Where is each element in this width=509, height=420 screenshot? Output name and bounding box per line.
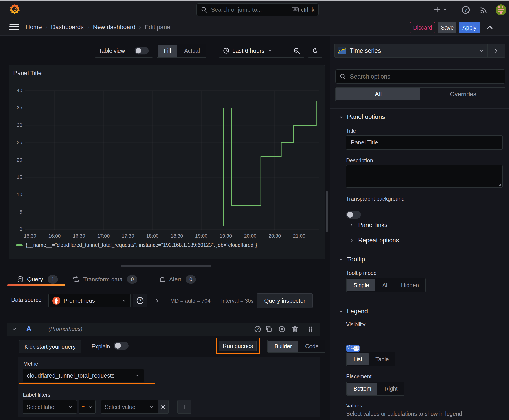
new-menu-button[interactable] xyxy=(433,5,448,15)
collapse-options-chevron-up-icon[interactable] xyxy=(486,23,494,33)
time-range-button[interactable]: Last 6 hours xyxy=(219,47,289,54)
keyboard-icon xyxy=(291,7,299,12)
panel-links-section[interactable]: Panel links xyxy=(349,222,387,229)
operator-dropdown[interactable]: = xyxy=(79,400,96,414)
visualization-select[interactable]: Time series xyxy=(335,47,487,54)
actual-option[interactable]: Actual xyxy=(178,44,206,57)
panel-links-label: Panel links xyxy=(358,222,387,229)
chart-legend[interactable]: {__name__="cloudflared_tunnel_total_requ… xyxy=(16,242,257,248)
expand-options-chevron-right-icon[interactable] xyxy=(154,298,160,305)
select-value-dropdown[interactable]: Select value xyxy=(101,400,158,414)
help-button[interactable]: ? xyxy=(461,5,471,16)
x-axis-tick: 21:00 xyxy=(287,233,311,239)
tab-all[interactable]: All xyxy=(336,88,420,100)
panel-resize-handle[interactable] xyxy=(121,265,211,267)
svg-text:?: ? xyxy=(257,327,258,331)
tab-query[interactable]: Query 1 xyxy=(17,274,58,285)
duplicate-query-icon[interactable] xyxy=(265,325,273,334)
database-icon xyxy=(17,276,23,283)
metric-label: Metric xyxy=(23,361,38,367)
legend-mode-list[interactable]: List xyxy=(347,353,369,365)
tooltip-mode-hidden[interactable]: Hidden xyxy=(395,278,425,292)
legend-mode-table[interactable]: Table xyxy=(369,352,395,366)
zoom-out-button[interactable] xyxy=(289,47,304,54)
apply-button[interactable]: Apply xyxy=(459,22,480,33)
search-icon xyxy=(201,6,207,13)
transparent-background-toggle[interactable] xyxy=(346,211,361,218)
y-axis-tick: 40 xyxy=(9,88,22,93)
visualization-picker: Time series xyxy=(334,44,505,58)
panel-title[interactable]: Panel Title xyxy=(13,70,42,77)
x-axis-tick: 20:00 xyxy=(238,233,263,239)
query-collapse-chevron-down-icon[interactable] xyxy=(11,326,17,333)
breadcrumb-dashboards[interactable]: Dashboards xyxy=(51,24,84,31)
repeat-options-section[interactable]: Repeat options xyxy=(349,237,399,244)
metric-select[interactable]: cloudflared_tunnel_total_requests xyxy=(23,369,144,382)
global-search-input[interactable] xyxy=(211,6,291,14)
options-search-box[interactable] xyxy=(335,69,505,84)
save-button[interactable]: Save xyxy=(438,22,456,33)
legend-section-header[interactable]: Legend xyxy=(338,308,368,315)
search-shortcut: ctrl+k xyxy=(301,7,314,13)
panel-description-textarea[interactable] xyxy=(346,165,503,188)
explain-toggle[interactable] xyxy=(114,342,129,350)
discard-button[interactable]: Discard xyxy=(410,22,435,33)
add-filter-plus-icon[interactable] xyxy=(177,400,191,414)
breadcrumb-new-dashboard[interactable]: New dashboard xyxy=(93,24,135,31)
tab-transform-data[interactable]: Transform data 0 xyxy=(73,274,137,285)
panel-title-input[interactable] xyxy=(346,135,503,150)
breadcrumb: Home › Dashboards › New dashboard › Edit… xyxy=(26,22,172,32)
datasource-help-button[interactable]: ? xyxy=(133,294,147,307)
news-rss-icon[interactable] xyxy=(479,6,488,16)
remove-filter-x-icon[interactable] xyxy=(158,400,168,414)
refresh-button[interactable] xyxy=(308,44,322,58)
x-axis-tick: 17:30 xyxy=(116,233,140,239)
table-view-toggle[interactable] xyxy=(135,47,149,54)
breadcrumb-home[interactable]: Home xyxy=(26,24,42,31)
tooltip-mode-single[interactable]: Single xyxy=(347,279,375,291)
query-ref-id[interactable]: A xyxy=(26,325,31,332)
subnav-divider xyxy=(483,21,483,33)
tab-query-label: Query xyxy=(27,276,43,283)
code-option[interactable]: Code xyxy=(299,340,325,352)
tooltip-mode-all[interactable]: All xyxy=(376,278,395,292)
user-avatar[interactable] xyxy=(495,5,506,15)
legend-series-label[interactable]: {__name__="cloudflared_tunnel_total_requ… xyxy=(26,242,257,248)
panel-options-header[interactable]: Panel options xyxy=(338,113,385,120)
legend-placement-label: Placement xyxy=(346,373,372,380)
x-axis-tick: 16:30 xyxy=(67,233,91,239)
chart-plot[interactable] xyxy=(25,90,319,230)
chevron-down-icon xyxy=(88,405,93,409)
scrollbar-thumb[interactable] xyxy=(326,191,328,232)
chevron-down-icon xyxy=(338,257,344,262)
grafana-logo-icon[interactable] xyxy=(9,4,21,15)
query-row-header[interactable]: A (Prometheus) ? xyxy=(8,323,320,336)
run-queries-button[interactable]: Run queries xyxy=(219,341,257,351)
select-label-dropdown[interactable]: Select label xyxy=(23,400,77,414)
drag-grip-icon[interactable] xyxy=(307,325,314,334)
legend-placement-bottom[interactable]: Bottom xyxy=(347,382,378,395)
fill-option[interactable]: Fill xyxy=(158,45,177,57)
viz-suggestions-chevron-right-icon[interactable] xyxy=(488,48,505,54)
query-inspector-button[interactable]: Query inspector xyxy=(257,293,313,308)
tooltip-mode-switch: Single All Hidden xyxy=(346,278,425,292)
query-help-icon[interactable]: ? xyxy=(254,325,261,334)
menu-hamburger-icon[interactable] xyxy=(9,23,19,31)
toggle-visibility-eye-icon[interactable] xyxy=(278,325,286,334)
fill-actual-switch: Fill Actual xyxy=(157,44,206,58)
y-axis-tick: 0 xyxy=(9,226,22,232)
datasource-picker[interactable]: Prometheus xyxy=(48,294,131,307)
resize-corner-icon[interactable] xyxy=(498,183,501,187)
active-tab-underline xyxy=(8,284,65,286)
tab-alert[interactable]: Alert 0 xyxy=(159,274,196,285)
tooltip-section-header[interactable]: Tooltip xyxy=(338,256,365,263)
x-axis-tick: 20:30 xyxy=(262,233,287,239)
sidebar-divider xyxy=(346,233,504,233)
tab-overrides[interactable]: Overrides xyxy=(421,88,505,101)
global-search-box[interactable]: ctrl+k xyxy=(196,3,319,16)
delete-query-trash-icon[interactable] xyxy=(291,325,299,334)
kick-start-query-button[interactable]: Kick start your query xyxy=(19,340,81,353)
options-search-input[interactable] xyxy=(349,73,501,80)
builder-option[interactable]: Builder xyxy=(268,341,298,352)
legend-placement-right[interactable]: Right xyxy=(378,382,404,395)
